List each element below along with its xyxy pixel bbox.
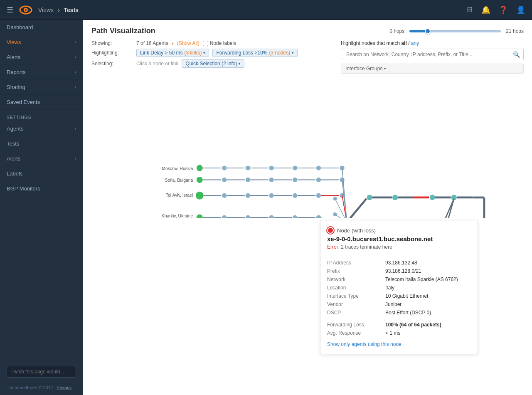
sofia-node-5[interactable] <box>293 178 297 182</box>
kharkiv-node-5[interactable] <box>293 215 297 218</box>
moscow-node-2[interactable] <box>222 165 227 170</box>
conv-kharkiv <box>318 217 347 218</box>
dropdown-icon: ▾ <box>203 51 205 55</box>
sidebar-item-sharing[interactable]: Sharing › <box>0 80 83 95</box>
search-input[interactable] <box>345 49 513 60</box>
hops-thumb <box>425 28 431 34</box>
menu-icon[interactable]: ☰ <box>7 5 13 15</box>
forwarding-loss-badge[interactable]: Forwarding Loss >10% (3 nodes) ▾ <box>212 49 298 57</box>
error-label: Error: <box>327 244 340 250</box>
content-area: Path Visualization 0 hops 21 hops Showin… <box>83 20 532 395</box>
chevron-right-icon: › <box>75 156 76 161</box>
breadcrumb: Views › Tests <box>38 7 79 13</box>
showing-row: Showing: 7 of 16 Agents ▾ (Show All) Nod… <box>91 40 332 46</box>
moscow-node-6[interactable] <box>316 165 321 170</box>
tel-aviv-node-2[interactable] <box>222 193 227 198</box>
sidebar-item-alerts[interactable]: Alerts › <box>0 50 83 65</box>
moscow-source-node[interactable] <box>197 165 203 171</box>
sidebar-item-saved-events[interactable]: Saved Events <box>0 95 83 110</box>
quick-selection-badge[interactable]: Quick Selection (2 info) ▾ <box>182 59 244 68</box>
moscow-node-4[interactable] <box>269 165 273 170</box>
user-icon[interactable]: 👤 <box>516 5 525 15</box>
agent-moscow: Moscow, Russia <box>162 166 193 171</box>
dropdown-icon: ▾ <box>384 67 386 71</box>
sidebar-item-agents[interactable]: Agents › <box>0 121 83 136</box>
table-row: Vendor Juniper <box>327 300 471 309</box>
feedback-input[interactable] <box>7 366 76 378</box>
page-title: Path Visualization <box>91 27 389 35</box>
sidebar-item-bgp-monitors[interactable]: BGP Monitors <box>0 181 83 196</box>
hops-control: 0 hops 21 hops <box>389 27 524 35</box>
highlight-label: Highlight nodes that match all / any <box>341 40 524 46</box>
min-hops-label: 0 hops <box>389 28 404 34</box>
moscow-node-5[interactable] <box>293 165 297 170</box>
table-row: Prefix 93.186.128.0/21 <box>327 267 471 275</box>
sidebar-item-reports[interactable]: Reports › <box>0 65 83 80</box>
highlighting-row: Highlighting: Link Delay > 50 ms (3 link… <box>91 49 332 57</box>
kharkiv-node-4[interactable] <box>269 215 273 218</box>
table-row: Network Telecom Italia Sparkle (AS 6762) <box>327 275 471 284</box>
show-agents-link[interactable]: Show only agents using this node <box>327 341 471 347</box>
detail-card-header: Node (with loss) <box>327 227 471 234</box>
node-type-label: Node (with loss) <box>337 227 376 234</box>
table-row: Location Italy <box>327 284 471 292</box>
kharkiv-node-3[interactable] <box>246 215 250 218</box>
agents-dropdown-icon[interactable]: ▾ <box>172 41 174 46</box>
link-delay-badge[interactable]: Link Delay > 50 ms (3 links) ▾ <box>136 49 209 57</box>
all-link[interactable]: all <box>401 40 406 46</box>
sofia-node-3[interactable] <box>246 178 250 182</box>
node-labels-checkbox[interactable] <box>203 41 208 46</box>
sidebar-item-alerts-settings[interactable]: Alerts › <box>0 151 83 166</box>
sofia-node-4[interactable] <box>269 178 273 182</box>
inbox-icon[interactable]: 🖥 <box>466 5 473 14</box>
branch-to-bucharest[interactable] <box>433 199 454 218</box>
max-hops-label: 21 hops <box>506 28 524 34</box>
tel-aviv-node-4[interactable] <box>269 193 273 198</box>
chevron-right-icon: › <box>75 40 76 44</box>
selecting-label: Selecting: <box>91 61 133 67</box>
node-hostname: xe-9-0-0.bucarest1.buc.seabone.net <box>327 235 471 242</box>
topbar-icons: 🖥 🔔 ❓ 👤 <box>466 5 525 15</box>
sofia-source-node[interactable] <box>197 177 203 183</box>
chevron-right-icon: › <box>75 55 76 59</box>
sofia-node-2[interactable] <box>222 178 227 182</box>
kharkiv-node-2[interactable] <box>222 215 227 218</box>
help-icon[interactable]: ❓ <box>499 5 508 15</box>
hops-slider[interactable] <box>409 27 501 35</box>
tel-aviv-node-3[interactable] <box>246 193 250 198</box>
main-node-3[interactable] <box>430 195 435 200</box>
main-node-2[interactable] <box>392 195 398 200</box>
chevron-right-icon: › <box>75 70 76 74</box>
showing-label: Showing: <box>91 40 133 46</box>
click-hint: Click a node or link <box>136 61 178 67</box>
moscow-node-3[interactable] <box>246 165 250 170</box>
interface-groups-button[interactable]: Interface Groups ▾ <box>341 64 524 74</box>
filter-section: Highlight nodes that match all / any 🔍 I… <box>341 40 524 74</box>
any-link[interactable]: any <box>411 40 419 46</box>
svg-point-2 <box>25 9 27 11</box>
settings-label: SETTINGS <box>0 110 83 121</box>
sidebar-item-tests[interactable]: Tests <box>0 136 83 151</box>
tel-aviv-node-6[interactable] <box>316 193 321 198</box>
tel-aviv-source-node[interactable] <box>196 192 204 200</box>
node-labels-checkbox-container[interactable]: Node labels <box>203 40 236 46</box>
sidebar-item-labels[interactable]: Labels <box>0 166 83 181</box>
sidebar: Dashboard Views › Alerts › Reports › Sha… <box>0 20 83 395</box>
table-row: Interface Type 10 Gigabit Ethernet <box>327 292 471 300</box>
sidebar-item-dashboard[interactable]: Dashboard <box>0 20 83 35</box>
sidebar-item-views[interactable]: Views › <box>0 35 83 50</box>
agent-kharkiv: Kharkiv, Ukraine <box>162 214 193 218</box>
main-node-1[interactable] <box>367 195 372 200</box>
kharkiv-source-node[interactable] <box>197 215 203 218</box>
bell-icon[interactable]: 🔔 <box>481 5 490 15</box>
dropdown-icon: ▾ <box>239 62 241 66</box>
sofia-node-6[interactable] <box>316 178 321 182</box>
tel-aviv-node-5[interactable] <box>293 193 297 198</box>
show-all-link[interactable]: (Show All) <box>177 40 200 46</box>
feedback-area <box>0 361 83 383</box>
logo-icon <box>18 2 33 17</box>
agent-sofia: Sofia, Bulgaria <box>165 178 193 183</box>
pv-header: Path Visualization 0 hops 21 hops <box>91 27 524 35</box>
main-path-1[interactable] <box>347 199 366 218</box>
detail-card: Node (with loss) xe-9-0-0.bucarest1.buc.… <box>320 220 478 354</box>
